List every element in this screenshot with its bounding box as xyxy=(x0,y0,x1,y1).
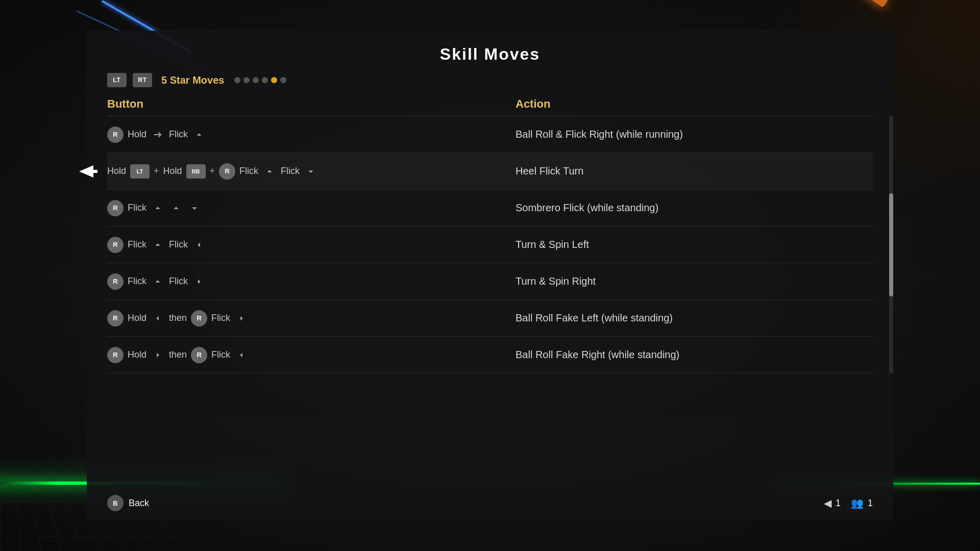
tab-dots xyxy=(234,77,286,83)
arrow-up-4 xyxy=(151,238,165,252)
then-text-7: then xyxy=(169,349,187,360)
players-count: 1 xyxy=(868,498,873,509)
flick-text-6: Flick xyxy=(211,313,230,323)
bottom-right-info: ◀ 1 👥 1 xyxy=(824,497,873,509)
action-text-6: Ball Roll Fake Left (while standing) xyxy=(516,308,873,328)
action-text-5: Turn & Spin Right xyxy=(516,271,873,291)
arrow-up-2a xyxy=(262,164,277,179)
column-headers: Button Action xyxy=(87,97,893,111)
flick-text-4b: Flick xyxy=(169,239,188,250)
dot-6 xyxy=(280,77,286,83)
table-row: R Hold then R Flick Ball Roll Fake Right… xyxy=(107,337,873,373)
flick-text-5a: Flick xyxy=(128,276,146,287)
lt-button-2: LT xyxy=(130,164,150,179)
players-icon: 👥 xyxy=(851,497,864,509)
arrow-up-3a xyxy=(151,201,165,215)
hold-text-7: Hold xyxy=(128,349,146,360)
r-button-1: R xyxy=(107,127,124,143)
dot-1 xyxy=(234,77,240,83)
hold-text-2a: Hold xyxy=(107,166,126,177)
then-text-6: then xyxy=(169,313,187,323)
table-row: R Hold then R Flick Ball Roll Fake Left … xyxy=(107,300,873,337)
arrow-up-5 xyxy=(151,274,165,289)
page-title: Skill Moves xyxy=(87,31,893,73)
flick-text-4a: Flick xyxy=(128,239,146,250)
r-button-7a: R xyxy=(107,347,124,363)
button-col-7: R Hold then R Flick xyxy=(107,343,516,367)
arrow-up-1 xyxy=(192,128,206,142)
button-col-1: R Hold Flick xyxy=(107,122,516,147)
table-row: Hold LT + Hold RB + R Flick Flick Heel F… xyxy=(107,153,873,190)
arrow-down-2 xyxy=(304,164,318,179)
bottom-bar: B Back ◀ 1 👥 1 xyxy=(87,495,893,511)
table-row: R Flick Flick Turn & Spin Left xyxy=(107,227,873,263)
arrow-right-5 xyxy=(192,274,206,289)
action-text-7: Ball Roll Fake Right (while standing) xyxy=(516,345,873,365)
scrollbar[interactable] xyxy=(889,116,893,373)
svg-rect-0 xyxy=(90,170,97,173)
table-row: R Hold Flick Ball Roll & Flick Right (wh… xyxy=(107,116,873,153)
arrow-left-6 xyxy=(151,311,165,325)
hold-text-2b: Hold xyxy=(163,166,182,177)
flick-text-3: Flick xyxy=(128,203,146,213)
flick-text-5b: Flick xyxy=(169,276,188,287)
r-button-7b: R xyxy=(191,347,207,363)
r-button-3: R xyxy=(107,200,124,216)
flick-text-2b: Flick xyxy=(281,166,300,177)
button-col-2: Hold LT + Hold RB + R Flick Flick xyxy=(107,159,516,184)
nav-left-icon[interactable]: ◀ xyxy=(824,497,831,509)
plus-2b: + xyxy=(210,166,215,177)
r-button-6a: R xyxy=(107,310,124,327)
dot-5 xyxy=(271,77,277,83)
page-nav: ◀ 1 xyxy=(824,497,841,509)
lt-button[interactable]: LT xyxy=(107,73,127,87)
hold-text-1: Hold xyxy=(128,129,146,140)
button-col-6: R Hold then R Flick xyxy=(107,306,516,331)
back-button[interactable]: B Back xyxy=(107,495,149,511)
arrow-left-4 xyxy=(192,238,206,252)
dot-3 xyxy=(253,77,259,83)
main-panel: Skill Moves LT RT 5 Star Moves Button Ac… xyxy=(87,31,893,520)
players-info: 👥 1 xyxy=(851,497,873,509)
action-text-1: Ball Roll & Flick Right (while running) xyxy=(516,124,873,144)
action-text-2: Heel Flick Turn xyxy=(516,161,873,181)
r-button-4: R xyxy=(107,237,124,253)
b-button: B xyxy=(107,495,124,511)
button-col-4: R Flick Flick xyxy=(107,233,516,257)
action-text-3: Sombrero Flick (while standing) xyxy=(516,198,873,218)
page-number: 1 xyxy=(836,498,841,509)
button-col-3: R Flick xyxy=(107,196,516,220)
button-col-5: R Flick Flick xyxy=(107,269,516,294)
action-text-4: Turn & Spin Left xyxy=(516,235,873,255)
arrow-down-3 xyxy=(187,201,202,215)
dot-4 xyxy=(262,77,268,83)
r-button-6b: R xyxy=(191,310,207,327)
arrow-up-3b xyxy=(169,201,183,215)
rt-button[interactable]: RT xyxy=(133,73,152,87)
hold-text-6: Hold xyxy=(128,313,146,323)
flick-text-7: Flick xyxy=(211,349,230,360)
plus-2a: + xyxy=(154,166,159,177)
tab-label: 5 Star Moves xyxy=(161,74,224,86)
arrow-right-6 xyxy=(234,311,249,325)
flick-text-2a: Flick xyxy=(239,166,258,177)
table-row: R Flick Sombrero Flick (while standing) xyxy=(107,190,873,227)
scrollbar-thumb xyxy=(889,193,893,296)
flick-text-1: Flick xyxy=(169,129,188,140)
r-button-5: R xyxy=(107,273,124,290)
arrow-right-7a xyxy=(151,348,165,362)
tab-area: LT RT 5 Star Moves xyxy=(87,73,893,97)
dot-2 xyxy=(243,77,250,83)
arrow-right-thick-1 xyxy=(151,128,165,142)
arrow-left-7 xyxy=(234,348,249,362)
action-column-header: Action xyxy=(516,97,873,111)
r-button-2: R xyxy=(219,163,235,180)
button-column-header: Button xyxy=(107,97,516,111)
rb-button-2: RB xyxy=(186,164,206,179)
moves-list: R Hold Flick Ball Roll & Flick Right (wh… xyxy=(87,116,893,373)
back-label: Back xyxy=(129,498,149,509)
selected-row-arrow xyxy=(79,164,97,179)
table-row: R Flick Flick Turn & Spin Right xyxy=(107,263,873,300)
